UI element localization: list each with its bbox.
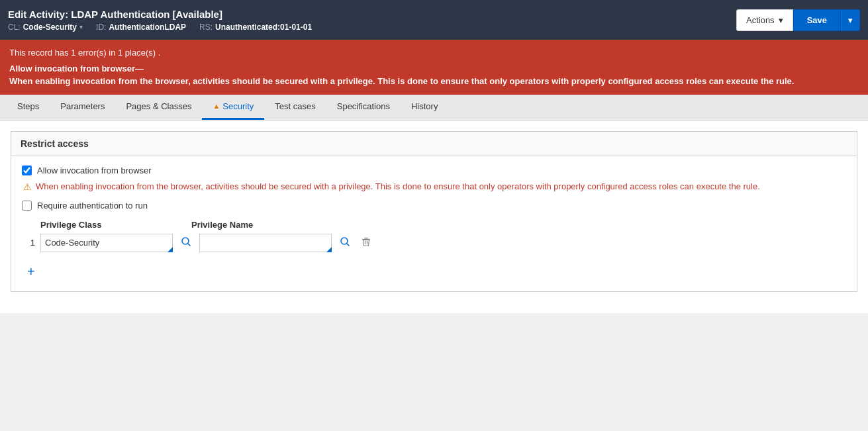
rs-label: RS: [199, 23, 213, 32]
rs-value: Unauthenticated:01-01-01 [215, 23, 312, 32]
privilege-class-input[interactable] [40, 234, 173, 252]
allow-invocation-label[interactable]: Allow invocation from browser [37, 166, 152, 175]
tabs-bar: Steps Parameters Pages & Classes ▲ Secur… [0, 95, 868, 120]
require-auth-label[interactable]: Require authentication to run [37, 201, 148, 211]
error-detail-line2: When enabling invocation from the browse… [9, 76, 794, 86]
svg-line-3 [347, 244, 349, 246]
tab-security[interactable]: ▲ Security [202, 95, 264, 120]
tab-history-label: History [411, 101, 438, 111]
header-left: Edit Activity: LDAP Authentication [Avai… [8, 9, 312, 32]
class-search-icon-button[interactable] [178, 235, 194, 250]
page-header: Edit Activity: LDAP Authentication [Avai… [0, 0, 868, 40]
cl-value: Code-Security [23, 23, 77, 32]
tab-steps[interactable]: Steps [7, 95, 50, 120]
tab-test-cases-label: Test cases [275, 101, 315, 111]
class-input-corner [168, 247, 173, 252]
warning-inline: ⚠ When enabling invocation from the brow… [23, 181, 846, 193]
privilege-table: Privilege Class Privilege Name 1 [22, 220, 846, 282]
id-value: AuthenticationLDAP [109, 23, 186, 32]
tab-specifications-label: Specifications [337, 101, 390, 111]
tab-security-label: Security [222, 101, 254, 111]
error-main-text: This record has 1 error(s) in 1 place(s)… [9, 46, 859, 60]
save-dropdown-chevron-icon: ▾ [848, 15, 853, 25]
tab-pages-classes[interactable]: Pages & Classes [115, 95, 202, 120]
require-auth-checkbox[interactable] [22, 201, 32, 211]
name-input-corner [326, 247, 332, 252]
tab-history[interactable]: History [401, 95, 448, 120]
delete-row-button[interactable] [358, 235, 374, 250]
actions-label: Actions [746, 15, 775, 25]
row-number: 1 [22, 238, 35, 248]
page-title: Edit Activity: LDAP Authentication [Avai… [8, 9, 312, 20]
col-header-class: Privilege Class [40, 220, 186, 230]
warning-inline-text: When enabling invocation from the browse… [36, 181, 760, 193]
section-title: Restrict access [11, 132, 857, 156]
error-detail: Allow invocation from browser— When enab… [9, 62, 859, 88]
require-auth-row: Require authentication to run [22, 201, 846, 211]
actions-chevron-icon: ▾ [779, 15, 783, 25]
save-dropdown-button[interactable]: ▾ [841, 9, 860, 31]
meta-cl: CL: Code-Security ▾ [8, 23, 83, 32]
save-button[interactable]: Save [793, 9, 841, 31]
meta-rs: RS: Unauthenticated:01-01-01 [199, 23, 312, 32]
header-actions: Actions ▾ Save ▾ [736, 9, 860, 31]
error-detail-line1: Allow invocation from browser— [9, 64, 144, 73]
tab-test-cases[interactable]: Test cases [264, 95, 326, 120]
svg-rect-5 [364, 238, 368, 239]
cl-label: CL: [8, 23, 21, 32]
header-meta: CL: Code-Security ▾ ID: AuthenticationLD… [8, 23, 312, 32]
tab-parameters-label: Parameters [60, 101, 105, 111]
allow-invocation-row: Allow invocation from browser [22, 166, 846, 175]
restrict-access-section: Restrict access Allow invocation from br… [11, 131, 857, 292]
section-body: Allow invocation from browser ⚠ When ena… [11, 156, 857, 291]
privilege-table-header: Privilege Class Privilege Name [22, 220, 846, 230]
add-row-button[interactable]: + [22, 262, 40, 282]
main-content: Restrict access Allow invocation from br… [0, 120, 868, 313]
privilege-class-cell [40, 234, 173, 252]
tab-pages-classes-label: Pages & Classes [126, 101, 191, 111]
id-label: ID: [96, 23, 106, 32]
tab-steps-label: Steps [17, 101, 39, 111]
tab-parameters[interactable]: Parameters [50, 95, 115, 120]
svg-line-1 [188, 244, 190, 246]
cl-chevron-icon[interactable]: ▾ [79, 23, 83, 30]
actions-button[interactable]: Actions ▾ [736, 9, 793, 31]
meta-id: ID: AuthenticationLDAP [96, 23, 186, 32]
tab-specifications[interactable]: Specifications [326, 95, 401, 120]
privilege-name-cell [199, 234, 332, 252]
warning-triangle-icon: ⚠ [23, 181, 32, 192]
error-banner: This record has 1 error(s) in 1 place(s)… [0, 40, 868, 95]
allow-invocation-checkbox[interactable] [22, 166, 32, 175]
security-warning-icon: ▲ [213, 102, 220, 110]
name-search-icon-button[interactable] [337, 235, 353, 250]
col-header-name: Privilege Name [191, 220, 337, 230]
privilege-name-input[interactable] [199, 234, 332, 252]
table-row: 1 [22, 234, 846, 252]
